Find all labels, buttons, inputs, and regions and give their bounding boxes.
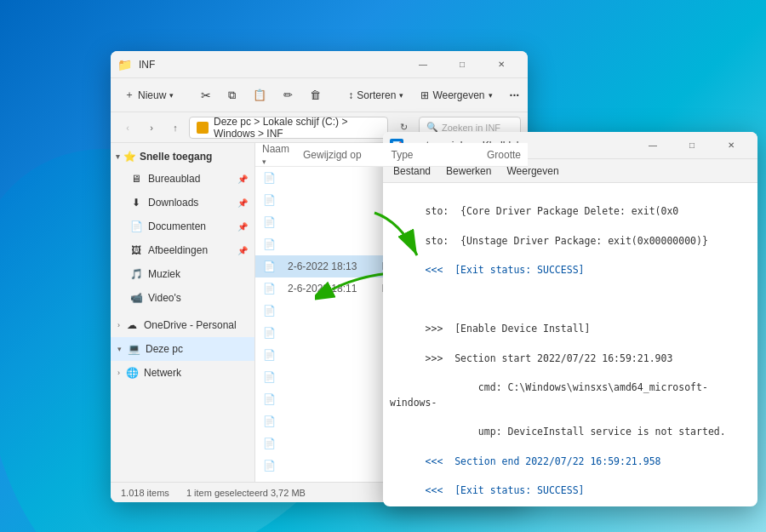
view-button[interactable]: ⊞ Weergeven ▾ (414, 83, 499, 108)
sidebar-label-desktop: Bureaublad (148, 173, 200, 185)
paste-button[interactable]: 📋 (246, 83, 273, 108)
sort-button[interactable]: ↕ ↕ Sorteren Sorteren ▾ (341, 83, 410, 108)
more-button[interactable]: ··· (503, 83, 527, 108)
sidebar-quick-access-header[interactable]: ▾ ⭐ Snelle toegang (111, 146, 254, 167)
sidebar-item-documents[interactable]: 📄 Documenten 📌 (111, 215, 254, 238)
copy-button[interactable]: ⧉ (221, 83, 243, 108)
notepad-maximize-button[interactable]: □ (672, 132, 712, 159)
log-line-8: <<< Section end 2022/07/22 16:59:21.958 (426, 455, 661, 467)
file-icon: 📄 (262, 215, 276, 229)
notepad-close-button[interactable]: ✕ (712, 132, 751, 159)
file-icon: 📄 (262, 459, 276, 472)
log-line-5: >>> Section start 2022/07/22 16:59:21.90… (426, 352, 673, 364)
sidebar-item-thispc[interactable]: ▾ 💻 Deze pc (111, 337, 254, 361)
sidebar-item-videos[interactable]: 📹 Video's (111, 286, 254, 310)
sidebar-item-network[interactable]: › 🌐 Netwerk (111, 361, 254, 385)
file-icon: 📄 (262, 193, 276, 207)
sort-chevron-icon: ▾ (399, 91, 403, 100)
view-icon: ⊞ (420, 89, 429, 101)
sidebar-label-thispc: Deze pc (146, 343, 183, 355)
file-icon: 📄 (262, 304, 276, 317)
delete-button[interactable]: 🗑 (303, 83, 328, 108)
network-icon: 🌐 (125, 366, 139, 380)
log-line-4: >>> [Enable Device Install] (426, 323, 591, 335)
onedrive-icon: ☁ (125, 318, 139, 332)
sort-icon: ↕ (348, 89, 353, 101)
pin-icon: 📌 (237, 174, 248, 184)
file-icon: 📄 (262, 260, 276, 273)
file-icon: 📄 (262, 370, 276, 384)
window-controls: — □ ✕ (403, 51, 521, 78)
file-date: 2-6-2022 18:11 (281, 283, 374, 295)
chevron-right-icon-2: › (117, 369, 120, 377)
search-placeholder: Zoeken in INF (442, 123, 500, 133)
chevron-right-icon: › (117, 321, 120, 329)
sidebar-item-music[interactable]: 🎵 Muziek (111, 262, 254, 286)
log-line-2: sto: {Unstage Driver Package: exit(0x000… (426, 235, 708, 247)
view-chevron-icon: ▾ (489, 91, 493, 100)
chevron-down-icon: ▾ (169, 91, 174, 100)
header-type[interactable]: Type (384, 149, 478, 161)
sidebar-label-network: Netwerk (144, 367, 181, 379)
rename-button[interactable]: ✏ (277, 83, 300, 108)
sidebar-item-pictures[interactable]: 🖼 Afbeeldingen 📌 (111, 238, 254, 262)
header-date[interactable]: Gewijzigd op (296, 149, 384, 161)
videos-icon: 📹 (129, 291, 143, 305)
sidebar: ▾ ⭐ Snelle toegang 🖥 Bureaublad 📌 ⬇ Down… (111, 143, 255, 482)
item-count: 1.018 items (121, 488, 169, 498)
notepad-text-area[interactable]: sto: {Core Driver Package Delete: exit(0… (383, 183, 757, 506)
header-size[interactable]: Grootte (479, 149, 528, 161)
window-titlebar: 📁 INF — □ ✕ (111, 51, 528, 78)
sidebar-label-onedrive: OneDrive - Personal (144, 319, 237, 331)
music-icon: 🎵 (129, 267, 143, 281)
header-name[interactable]: Naam ▾ (255, 143, 296, 167)
file-icon: 📄 (262, 326, 276, 340)
pin-icon-3: 📌 (237, 222, 248, 232)
address-path: Deze pc > Lokale schijf (C:) > Windows >… (214, 116, 380, 140)
file-icon: 📄 (262, 415, 276, 428)
log-line-6: cmd: C:\Windows\winsxs\amd64_microsoft-w… (390, 381, 708, 408)
downloads-icon: ⬇ (129, 196, 143, 209)
window-title: INF (139, 59, 155, 71)
close-button[interactable]: ✕ (482, 51, 521, 78)
pictures-icon: 🖼 (129, 243, 143, 257)
sidebar-label-documents: Documenten (148, 220, 206, 232)
notepad-window-controls: — □ ✕ (633, 132, 751, 159)
log-line-7: ump: DeviceInstall service is not starte… (426, 426, 726, 438)
back-button[interactable]: ‹ (117, 117, 138, 138)
sidebar-item-desktop[interactable]: 🖥 Bureaublad 📌 (111, 167, 254, 191)
file-date: 2-6-2022 18:13 (281, 260, 374, 272)
sidebar-item-onedrive[interactable]: › ☁ OneDrive - Personal (111, 313, 254, 337)
address-folder-icon (197, 122, 209, 134)
new-button[interactable]: ＋ Nieuw ▾ (117, 83, 180, 108)
sidebar-item-downloads[interactable]: ⬇ Downloads 📌 (111, 191, 254, 215)
selected-info: 1 item geselecteerd 3,72 MB (186, 488, 306, 498)
file-icon: 📄 (262, 392, 276, 406)
address-box[interactable]: Deze pc > Lokale schijf (C:) > Windows >… (189, 117, 388, 139)
desktop-icon: 🖥 (129, 172, 143, 186)
desktop: 📁 INF — □ ✕ ＋ Nieuw ▾ ✂ ⧉ 📋 ✏ 🗑 ↕ (0, 0, 766, 532)
sidebar-label-videos: Video's (148, 292, 181, 304)
maximize-button[interactable]: □ (443, 51, 482, 78)
log-line-3: <<< [Exit status: SUCCESS] (426, 264, 585, 276)
file-icon: 📄 (262, 171, 276, 185)
sidebar-label-music: Muziek (148, 268, 180, 280)
notepad-minimize-button[interactable]: — (633, 132, 672, 159)
up-button[interactable]: ↑ (165, 117, 186, 138)
file-icon: 📄 (262, 437, 276, 450)
folder-title-icon: 📁 (117, 58, 132, 72)
cut-button[interactable]: ✂ (194, 83, 218, 108)
log-line-9: <<< [Exit status: SUCCESS] (426, 484, 585, 496)
pin-icon-2: 📌 (237, 198, 248, 208)
notepad-window: 📝 setupapi.dev - Kladblok — □ ✕ Bestand … (383, 132, 757, 506)
documents-icon: 📄 (129, 220, 143, 233)
minimize-button[interactable]: — (403, 51, 443, 78)
sidebar-label-pictures: Afbeeldingen (148, 244, 208, 256)
file-icon: 📄 (262, 237, 276, 251)
sidebar-label-downloads: Downloads (148, 197, 198, 209)
pin-icon-4: 📌 (237, 246, 248, 255)
file-icon: 📄 (262, 348, 276, 362)
log-line-1: sto: {Core Driver Package Delete: exit(0… (426, 205, 679, 217)
chevron-down-icon-2: ▾ (117, 345, 122, 353)
forward-button[interactable]: › (141, 117, 162, 138)
